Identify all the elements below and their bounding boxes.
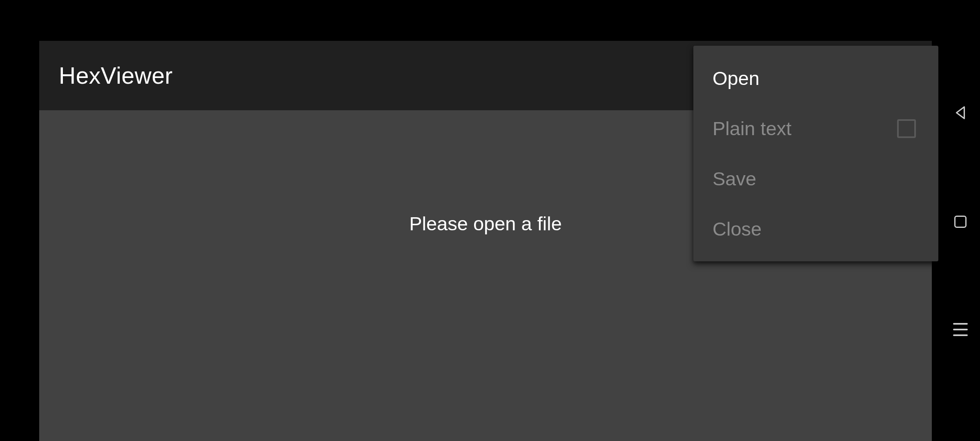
app-title: HexViewer xyxy=(59,62,173,89)
menu-item-save[interactable]: Save xyxy=(693,154,938,204)
placeholder-text: Please open a file xyxy=(409,212,562,235)
svg-rect-0 xyxy=(955,216,966,227)
menu-item-close[interactable]: Close xyxy=(693,204,938,254)
menu-item-open[interactable]: Open xyxy=(693,53,938,103)
menu-item-label: Save xyxy=(713,167,756,190)
checkbox-icon[interactable] xyxy=(897,119,916,138)
menu-item-label: Open xyxy=(713,67,760,89)
menu-item-label: Plain text xyxy=(713,117,791,140)
overflow-menu: Open Plain text Save Close xyxy=(693,46,938,261)
menu-item-label: Close xyxy=(713,218,762,240)
recent-icon[interactable] xyxy=(953,323,968,336)
navigation-bar xyxy=(941,0,980,441)
menu-item-plain-text[interactable]: Plain text xyxy=(693,103,938,154)
home-icon[interactable] xyxy=(953,214,968,229)
back-icon[interactable] xyxy=(953,105,968,120)
